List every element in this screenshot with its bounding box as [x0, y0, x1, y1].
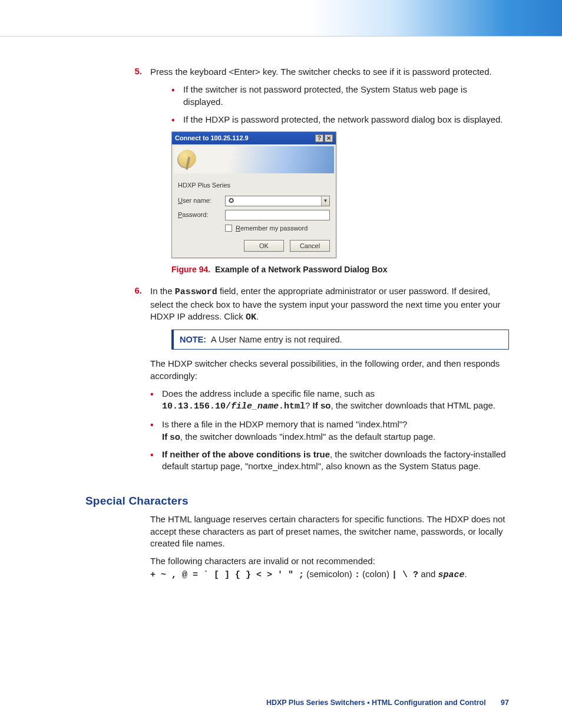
- remember-password-checkbox[interactable]: [225, 225, 232, 232]
- username-row: User name: ✪ ▼: [178, 196, 330, 206]
- check-2: Is there a file in the HDXP memory that …: [150, 419, 509, 443]
- chevron-down-icon[interactable]: ▼: [321, 196, 329, 206]
- figure-title: Example of a Network Password Dialog Box: [215, 265, 388, 274]
- remember-password-row: Remember my password: [225, 224, 330, 233]
- check1-q: ?: [305, 400, 313, 410]
- check-1: Does the address include a specific file…: [150, 388, 509, 413]
- dialog-series-label: HDXP Plus Series: [178, 181, 330, 190]
- check1-file: file_name: [231, 401, 279, 411]
- special-p2: The following characters are invalid or …: [150, 555, 509, 567]
- special-p1: The HTML language reserves certain chara…: [150, 513, 509, 549]
- step-5-body: Press the keyboard <Enter> key. The swit…: [150, 66, 509, 282]
- trailing-dot: .: [465, 569, 467, 579]
- special-characters-section: Special Characters The HTML language res…: [150, 495, 509, 581]
- step6-t3: .: [256, 311, 259, 321]
- check1-b: , the switcher downloads that HTML page.: [330, 400, 495, 410]
- check2-b: , the switcher downloads "index.html" as…: [180, 431, 435, 442]
- check3-a: If neither of the above conditions is tr…: [162, 449, 330, 459]
- step6-ok-literal: OK: [246, 312, 256, 322]
- step-6: 6. In the Password field, enter the appr…: [85, 285, 509, 478]
- help-icon[interactable]: ?: [315, 134, 323, 142]
- step6-t1: In the: [150, 286, 175, 296]
- keys-icon: [174, 146, 334, 173]
- username-label-u: U: [178, 197, 183, 204]
- step-5-text: Press the keyboard <Enter> key. The swit…: [150, 67, 492, 77]
- check1-a: Does the address include a specific file…: [162, 388, 375, 398]
- step-5-bullets: If the switcher is not password protecte…: [171, 84, 509, 126]
- chars-2: | \ ?: [392, 570, 418, 580]
- check1-ext: .html: [279, 401, 305, 411]
- dialog-titlebar: Connect to 100.25.112.9 ? ✕: [172, 132, 336, 144]
- step-5-bullet-2: If the HDXP is password protected, the n…: [171, 114, 509, 126]
- special-chars-line: + ~ , @ = ` [ ] { } < > ' " ; (semicolon…: [150, 568, 509, 581]
- password-label: Password:: [178, 210, 225, 219]
- note-label: NOTE:: [180, 335, 206, 344]
- username-field[interactable]: ✪ ▼: [225, 196, 330, 206]
- page-footer: HDXP Plus Series Switchers • HTML Config…: [85, 699, 509, 707]
- dialog-title-text: Connect to 100.25.112.9: [175, 134, 249, 143]
- check1-ifso: If so: [313, 400, 331, 410]
- ok-button[interactable]: OK: [244, 240, 284, 252]
- close-icon[interactable]: ✕: [325, 134, 333, 142]
- page-content: 5. Press the keyboard <Enter> key. The s…: [0, 37, 562, 728]
- check2-ifso: If so: [162, 431, 180, 442]
- remember-rest: emember my password: [240, 225, 308, 232]
- checks-list: Does the address include a specific file…: [150, 388, 509, 473]
- dialog-buttons: OK Cancel: [178, 240, 330, 252]
- checks-intro: The HDXP switcher checks several possibi…: [150, 358, 509, 382]
- special-characters-heading: Special Characters: [85, 495, 509, 508]
- step-5-bullet-1: If the switcher is not password protecte…: [171, 84, 509, 108]
- password-field[interactable]: [225, 210, 330, 220]
- and-label: and: [418, 569, 438, 579]
- step-5-number: 5.: [85, 66, 150, 282]
- step-6-number: 6.: [85, 285, 150, 478]
- note-box: NOTE:A User Name entry is not required.: [171, 330, 509, 350]
- password-label-rest: assword:: [182, 211, 208, 218]
- space-literal: space: [438, 570, 465, 580]
- colon-label: (colon): [360, 569, 392, 579]
- step-5: 5. Press the keyboard <Enter> key. The s…: [85, 66, 509, 282]
- password-row: Password:: [178, 210, 330, 220]
- step6-password-literal: Password: [175, 287, 217, 297]
- chars-1: + ~ , @ = ` [ ] { } < > ' " ;: [150, 570, 304, 580]
- remember-u: R: [236, 225, 240, 232]
- dialog-body: HDXP Plus Series User name: ✪ ▼ Password…: [172, 175, 336, 258]
- check-3: If neither of the above conditions is tr…: [150, 449, 509, 473]
- check1-ip: 10.13.156.10/: [162, 401, 231, 411]
- person-icon: ✪: [227, 196, 234, 205]
- cancel-button[interactable]: Cancel: [290, 240, 330, 252]
- step-6-body: In the Password field, enter the appropr…: [150, 285, 509, 478]
- colon-char: :: [355, 570, 360, 580]
- remember-password-label: Remember my password: [236, 224, 308, 233]
- semi-label: (semicolon): [304, 569, 355, 579]
- figure-number: Figure 94.: [171, 265, 210, 274]
- dialog-title-buttons: ? ✕: [315, 134, 333, 142]
- figure-caption: Figure 94. Example of a Network Password…: [171, 264, 509, 275]
- footer-page-number: 97: [501, 699, 509, 707]
- username-label: User name:: [178, 196, 225, 205]
- footer-title: HDXP Plus Series Switchers • HTML Config…: [266, 699, 486, 707]
- check2-a: Is there a file in the HDXP memory that …: [162, 419, 407, 429]
- username-label-rest: ser name:: [183, 197, 211, 204]
- page-header-bar: [0, 0, 562, 37]
- password-dialog: Connect to 100.25.112.9 ? ✕ HDXP Plus Se…: [171, 131, 336, 258]
- note-text: A User Name entry is not required.: [211, 335, 342, 344]
